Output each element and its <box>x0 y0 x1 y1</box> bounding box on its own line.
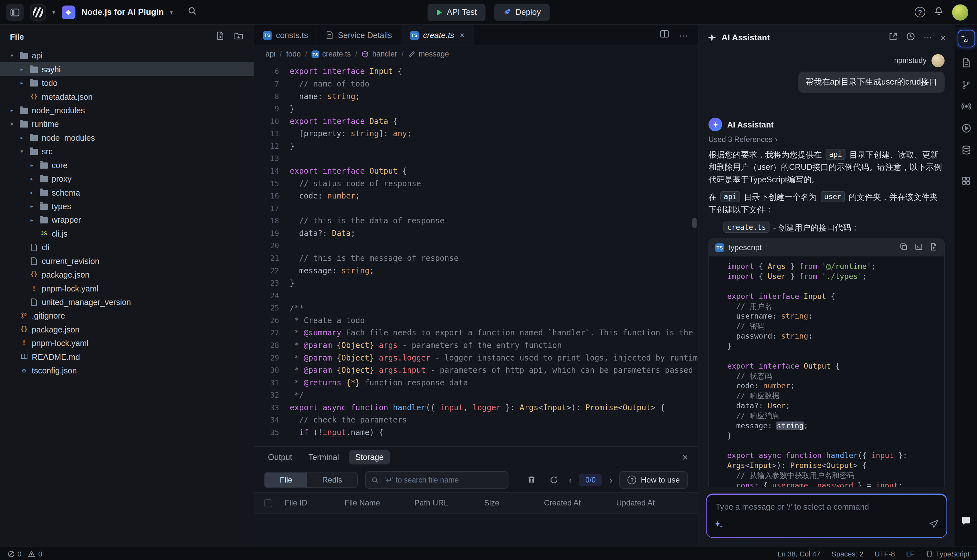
feedback-icon[interactable] <box>960 514 972 527</box>
project-title[interactable]: Node.js for AI Plugin <box>82 7 164 17</box>
close-tab-icon[interactable]: × <box>460 30 465 40</box>
rail-docs-icon[interactable] <box>960 57 972 69</box>
tree-item-proxy[interactable]: ▸proxy <box>0 172 254 185</box>
tree-item-package.json[interactable]: {}package.json <box>0 322 254 336</box>
tree-item-cli[interactable]: cli <box>0 240 254 254</box>
tree-item-todo[interactable]: ▸todo <box>0 76 254 89</box>
problems-errors[interactable]: 0 <box>7 550 21 557</box>
storage-mode-redis[interactable]: Redis <box>307 473 357 487</box>
panel-tab-terminal[interactable]: Terminal <box>302 450 345 464</box>
chevron-right-icon[interactable]: ▸ <box>17 80 26 85</box>
breadcrumb-item[interactable]: handler <box>361 50 397 58</box>
chevron-right-icon[interactable]: ▸ <box>27 203 36 209</box>
tree-item-api[interactable]: ▾api <box>0 48 254 62</box>
tree-item-src[interactable]: ▾src <box>0 144 254 158</box>
close-panel-icon[interactable]: × <box>683 452 688 463</box>
tree-item-wrapper[interactable]: ▸wrapper <box>0 213 254 227</box>
tab-service-details[interactable]: Service Details <box>317 25 401 45</box>
references-link[interactable]: Used 3 References › <box>709 135 945 143</box>
tree-item-.gitignore[interactable]: .gitignore <box>0 309 254 322</box>
copy-icon[interactable] <box>900 242 908 253</box>
split-editor-icon[interactable] <box>660 29 669 41</box>
breadcrumb-item[interactable]: message <box>408 50 449 58</box>
file-search-input[interactable] <box>383 475 502 485</box>
chevron-right-icon[interactable]: ▸ <box>27 176 36 182</box>
cursor-position[interactable]: Ln 38, Col 47 <box>778 550 820 557</box>
encoding[interactable]: UTF-8 <box>875 550 895 557</box>
rail-broadcast-icon[interactable] <box>960 100 972 113</box>
rail-run-icon[interactable] <box>960 122 972 135</box>
user-avatar[interactable] <box>952 4 968 20</box>
rail-apps-grid-icon[interactable] <box>960 174 972 187</box>
app-logo[interactable] <box>30 4 46 20</box>
tree-item-node_modules[interactable]: ▸node_modules <box>0 131 254 144</box>
indentation[interactable]: Spaces: 2 <box>831 550 863 557</box>
tab-create-ts[interactable]: TScreate.ts× <box>401 25 474 45</box>
tree-item-tsconfig.json[interactable]: ⚙tsconfig.json <box>0 363 254 377</box>
problems-warnings[interactable]: 0 <box>28 550 42 557</box>
rail-ai-tab[interactable]: AI <box>957 30 975 47</box>
chevron-right-icon[interactable]: ▸ <box>17 135 26 140</box>
close-panel-icon[interactable]: × <box>940 32 946 43</box>
more-actions-icon[interactable]: ⋯ <box>924 32 932 42</box>
deploy-button[interactable]: Deploy <box>494 3 550 21</box>
next-page-icon[interactable]: › <box>609 475 612 485</box>
send-icon[interactable] <box>929 519 939 532</box>
new-file-icon[interactable] <box>216 31 225 43</box>
chevron-down-icon[interactable]: ▾ <box>7 121 16 127</box>
chevron-down-icon[interactable]: ▾ <box>7 53 16 58</box>
export-icon[interactable] <box>889 31 898 43</box>
tree-item-pnpm-lock.yaml[interactable]: !pnpm-lock.yaml <box>0 336 254 350</box>
tree-item-node_modules[interactable]: ▸node_modules <box>0 103 254 117</box>
breadcrumb-item[interactable]: todo <box>286 50 301 58</box>
rail-git-icon[interactable] <box>960 78 972 91</box>
chevron-down-icon[interactable]: ▾ <box>52 9 55 15</box>
chevron-right-icon[interactable]: ▸ <box>17 66 26 72</box>
chevron-down-icon[interactable]: ▾ <box>170 9 173 15</box>
tree-item-pnpm-lock.yaml[interactable]: !pnpm-lock.yaml <box>0 282 254 295</box>
breadcrumb-item[interactable]: TScreate.ts <box>311 50 351 58</box>
tree-item-core[interactable]: ▸core <box>0 158 254 172</box>
tree-item-README.md[interactable]: README.md <box>0 350 254 363</box>
more-actions-icon[interactable]: ⋯ <box>679 30 688 40</box>
prev-page-icon[interactable]: ‹ <box>569 475 572 485</box>
tree-item-schema[interactable]: ▸schema <box>0 186 254 199</box>
chevron-right-icon[interactable]: ▸ <box>27 162 36 168</box>
prompt-sparkle-icon[interactable] <box>714 520 724 532</box>
history-icon[interactable] <box>906 31 916 43</box>
help-icon[interactable]: ? <box>915 7 925 17</box>
delete-icon[interactable] <box>524 473 539 487</box>
how-to-use-button[interactable]: ? How to use <box>620 471 688 489</box>
chevron-right-icon[interactable]: ▸ <box>27 217 36 222</box>
tree-item-cli.js[interactable]: JScli.js <box>0 227 254 240</box>
breadcrumb-item[interactable]: api <box>266 50 276 58</box>
chat-input[interactable] <box>714 502 939 512</box>
chat-input-box[interactable] <box>707 495 946 537</box>
tree-item-package.json[interactable]: {}package.json <box>0 268 254 281</box>
insert-code-icon[interactable] <box>915 242 923 253</box>
create-file-icon[interactable] <box>930 242 938 253</box>
toggle-sidebar-button[interactable] <box>6 3 23 21</box>
tree-item-sayhi[interactable]: ▸sayhi <box>0 62 254 76</box>
tree-item-types[interactable]: ▸types <box>0 199 254 213</box>
new-folder-icon[interactable] <box>234 31 244 43</box>
panel-tab-storage[interactable]: Storage <box>349 450 390 464</box>
chevron-right-icon[interactable]: ▸ <box>7 107 16 113</box>
chevron-right-icon[interactable]: ▸ <box>27 190 36 195</box>
select-all-checkbox[interactable] <box>264 499 273 507</box>
tree-item-united_manager_version[interactable]: united_manager_version <box>0 295 254 308</box>
rail-database-icon[interactable] <box>960 143 972 156</box>
tab-consts-ts[interactable]: TSconsts.ts <box>254 25 317 45</box>
bell-icon[interactable] <box>934 6 944 18</box>
api-test-button[interactable]: API Test <box>427 3 485 21</box>
storage-mode-file[interactable]: File <box>265 473 307 487</box>
tree-item-current_revision[interactable]: current_revision <box>0 254 254 268</box>
eol[interactable]: LF <box>906 550 915 557</box>
file-search-box[interactable] <box>365 471 509 489</box>
language-mode[interactable]: {} TypeScript <box>926 550 970 557</box>
tree-item-runtime[interactable]: ▾runtime <box>0 117 254 131</box>
tree-item-metadata.json[interactable]: {}metadata.json <box>0 90 254 103</box>
refresh-icon[interactable] <box>547 473 562 487</box>
code-editor[interactable]: 6export interface Input {7 // name of to… <box>254 62 698 447</box>
editor-scrollbar[interactable] <box>693 218 697 228</box>
